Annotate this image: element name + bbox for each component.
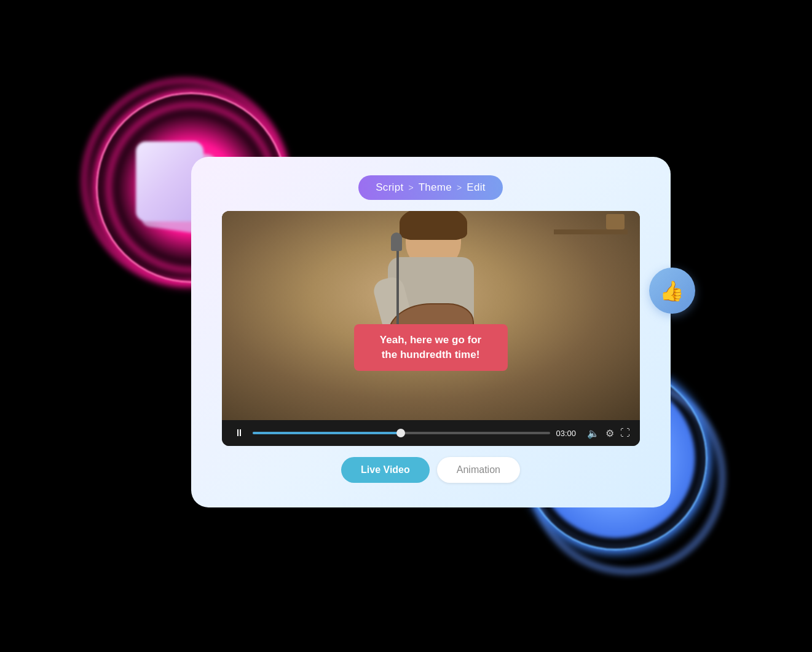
person-hair (400, 211, 467, 240)
video-player: Yeah, here we go forthe hundredth time! … (222, 211, 640, 446)
volume-icon[interactable]: 🔈 (587, 427, 599, 439)
breadcrumb-step1: Script (376, 181, 403, 194)
progress-fill (253, 432, 401, 434)
breadcrumb-step2: Theme (419, 181, 452, 194)
breadcrumb-sep2: > (457, 183, 462, 193)
room-shelf (554, 229, 628, 234)
like-button[interactable]: 👍 (649, 268, 695, 314)
time-display: 03:00 (556, 429, 581, 438)
breadcrumb: Script > Theme > Edit (358, 175, 503, 200)
tab-live-video[interactable]: Live Video (341, 457, 430, 483)
mic-head (391, 233, 402, 251)
breadcrumb-sep1: > (408, 183, 413, 193)
room-item (606, 214, 625, 229)
tab-animation[interactable]: Animation (437, 457, 520, 483)
fullscreen-icon[interactable]: ⛶ (620, 427, 630, 439)
main-card: Script > Theme > Edit (191, 157, 671, 507)
progress-knob[interactable] (396, 429, 405, 437)
pause-button[interactable]: ⏸ (232, 426, 246, 440)
video-controls: ⏸ 03:00 🔈 ⚙ ⛶ (222, 420, 640, 446)
subtitle-box: Yeah, here we go forthe hundredth time! (354, 324, 508, 371)
breadcrumb-step3: Edit (467, 181, 486, 194)
scene-container: Script > Theme > Edit (130, 95, 683, 557)
subtitle-text: Yeah, here we go forthe hundredth time! (380, 334, 481, 360)
progress-bar[interactable] (253, 432, 550, 434)
video-frame: Yeah, here we go forthe hundredth time! (222, 211, 640, 420)
settings-icon[interactable]: ⚙ (605, 427, 614, 439)
tab-buttons: Live Video Animation (341, 457, 520, 483)
thumbs-up-icon: 👍 (660, 279, 684, 303)
